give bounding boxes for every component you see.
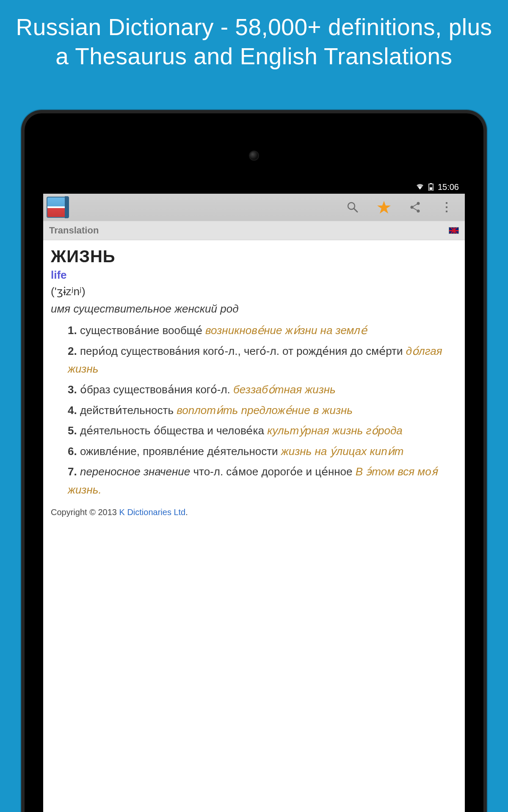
definition-item: 6. оживле́ние, проявле́ние де́ятельности… [68, 442, 457, 461]
svg-rect-10 [446, 202, 447, 204]
pronunciation: ('ʒɨzʲnʲ) [51, 285, 457, 298]
copyright-link[interactable]: K Dictionaries Ltd [119, 508, 186, 517]
screen: 15:06 Translation [43, 180, 465, 812]
section-header: Translation [43, 221, 465, 240]
app-toolbar [43, 194, 465, 221]
svg-line-4 [354, 208, 357, 212]
definition-item: 1. существова́ние вообще́ возникнове́ние… [68, 321, 457, 340]
battery-icon [428, 183, 433, 191]
entry-content: ЖИЗНЬ life ('ʒɨzʲnʲ) имя существительное… [43, 240, 465, 505]
promo-title: Russian Dictionary - 58,000+ definitions… [0, 0, 508, 81]
copyright-prefix: Copyright © 2013 [51, 508, 119, 517]
definition-item: 7. переносное значение что-л. са́мое дор… [68, 463, 457, 499]
svg-rect-11 [446, 206, 447, 208]
wifi-icon [416, 184, 424, 190]
svg-line-9 [412, 207, 418, 211]
definitions-list: 1. существова́ние вообще́ возникнове́ние… [51, 321, 457, 499]
headword: ЖИЗНЬ [51, 247, 457, 266]
camera-dot [249, 151, 259, 161]
share-icon [409, 201, 422, 214]
star-icon [377, 200, 391, 214]
svg-rect-2 [430, 187, 432, 190]
copyright-suffix: . [185, 508, 188, 517]
svg-line-8 [412, 203, 418, 207]
search-icon [346, 201, 359, 214]
svg-rect-12 [446, 211, 447, 212]
tablet-inner: 15:06 Translation [25, 113, 483, 812]
tablet-frame: 15:06 Translation [21, 110, 487, 812]
app-icon[interactable] [47, 197, 69, 218]
status-time: 15:06 [438, 182, 459, 192]
part-of-speech: имя существительное женский род [51, 302, 457, 315]
share-button[interactable] [400, 194, 430, 221]
status-bar: 15:06 [43, 180, 465, 194]
favorite-button[interactable] [369, 194, 399, 221]
overflow-menu-button[interactable] [432, 194, 461, 221]
search-button[interactable] [338, 194, 367, 221]
definition-item: 4. действи́тельность воплоти́ть предложе… [68, 401, 457, 420]
copyright: Copyright © 2013 K Dictionaries Ltd. [43, 505, 465, 517]
definition-item: 2. пери́од существова́ния кого́-л., чего… [68, 342, 457, 378]
section-label: Translation [49, 225, 99, 236]
translation-word[interactable]: life [51, 269, 457, 282]
uk-flag-icon[interactable] [449, 227, 459, 234]
definition-item: 3. о́браз существова́ния кого́-л. беззаб… [68, 381, 457, 399]
more-vertical-icon [445, 201, 448, 213]
definition-item: 5. де́ятельность о́бщества и челове́ка к… [68, 422, 457, 440]
